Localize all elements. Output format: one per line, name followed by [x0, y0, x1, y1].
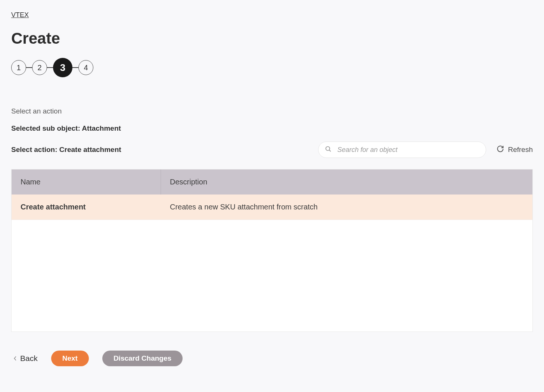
- table-header: Name Description: [12, 169, 532, 195]
- step-connector: [26, 67, 32, 68]
- table-row[interactable]: Create attachment Creates a new SKU atta…: [12, 195, 532, 220]
- next-button[interactable]: Next: [51, 351, 89, 366]
- svg-point-0: [326, 147, 330, 151]
- stepper: 1 2 3 4: [11, 58, 533, 77]
- search-icon: [325, 146, 332, 154]
- refresh-button[interactable]: Refresh: [497, 145, 533, 155]
- action-table: Name Description Create attachment Creat…: [11, 169, 533, 332]
- step-4[interactable]: 4: [78, 60, 93, 75]
- search-input[interactable]: [318, 141, 486, 158]
- column-header-description: Description: [161, 169, 532, 195]
- step-connector: [47, 67, 53, 68]
- chevron-left-icon: [13, 354, 17, 363]
- table-empty-area: [12, 220, 532, 332]
- section-label: Select an action: [11, 107, 533, 115]
- discard-button[interactable]: Discard Changes: [102, 351, 183, 366]
- cell-name: Create attachment: [12, 195, 161, 220]
- footer-controls: Back Next Discard Changes: [11, 351, 533, 366]
- back-label: Back: [20, 354, 38, 363]
- step-1[interactable]: 1: [11, 60, 26, 75]
- step-2[interactable]: 2: [32, 60, 47, 75]
- cell-description: Creates a new SKU attachment from scratc…: [161, 195, 532, 220]
- refresh-label: Refresh: [508, 146, 533, 154]
- svg-line-1: [329, 150, 331, 152]
- refresh-icon: [497, 145, 504, 155]
- selected-action: Select action: Create attachment: [11, 146, 121, 154]
- column-header-name: Name: [12, 169, 161, 195]
- page-title: Create: [11, 29, 533, 47]
- back-button[interactable]: Back: [13, 354, 38, 363]
- step-3-active[interactable]: 3: [53, 58, 72, 77]
- selected-sub-object: Selected sub object: Attachment: [11, 124, 533, 133]
- search-wrapper: [318, 141, 486, 158]
- step-connector: [72, 67, 78, 68]
- breadcrumb-link[interactable]: VTEX: [11, 11, 29, 19]
